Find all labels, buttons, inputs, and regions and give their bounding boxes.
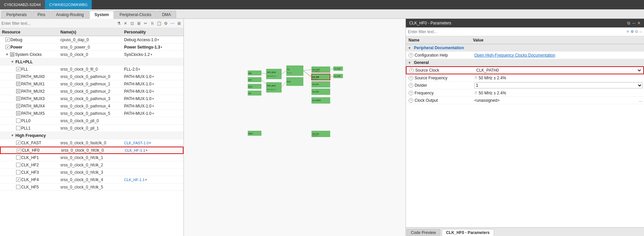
check-clk-hf1[interactable]: [16, 155, 20, 160]
collapse-peripheral-doc-icon[interactable]: ▼: [408, 46, 411, 50]
clear-right-filter-icon[interactable]: ✕: [626, 29, 629, 34]
divider-select[interactable]: 1 2 4 8: [474, 82, 643, 88]
row-pll0[interactable]: PLL0 srss_0_clock_0_pll_0: [0, 117, 183, 125]
row-system-clocks[interactable]: ▼ ◻ System Clocks srss_0_clock_0 SysCloc…: [0, 51, 183, 58]
help-icon-config[interactable]: ?: [409, 53, 413, 58]
section-peripheral-doc[interactable]: ▼ Peripheral Documentation: [406, 44, 644, 52]
row-fll-pll[interactable]: ▼ FLL+PLL: [0, 58, 183, 66]
dropdown-clk-fast[interactable]: ▾: [149, 141, 151, 145]
dropdown-pathmux1[interactable]: ▾: [152, 82, 154, 86]
row-pll1[interactable]: PLL1 srss_0_clock_0_pll_1: [0, 125, 183, 132]
row-power[interactable]: ✓ Power srss_0_power_0 Power Settings-1.…: [0, 44, 183, 51]
help-icon-source-clock[interactable]: ?: [409, 68, 414, 73]
row-clk-hf0[interactable]: ✓ CLK_HF0 srss_0_clock_0_hfclk_0 CLK_HF-…: [0, 147, 183, 154]
check-clk-hf2[interactable]: [16, 163, 20, 167]
dropdown-clk-hf4[interactable]: ▾: [145, 178, 147, 181]
check-pathmux3[interactable]: ▪: [16, 96, 20, 101]
check-power[interactable]: ✓: [5, 45, 10, 49]
check-fll[interactable]: ✓: [16, 67, 20, 71]
tab-code-preview[interactable]: Code Preview: [407, 229, 440, 236]
dropdown-pathmux0[interactable]: ▾: [152, 75, 154, 78]
check-clk-hf4[interactable]: ✓: [16, 177, 20, 182]
minimize-icon[interactable]: ─: [632, 21, 635, 25]
row-pathmux2[interactable]: ▪ PATH_MUX2 srss_0_clock_0_pathmux_2 PAT…: [0, 88, 183, 95]
row-debug[interactable]: ✓ Debug cpuss_0_dap_0 Debug Access-1.0 ▾: [0, 36, 183, 44]
expand-all-icon[interactable]: ⊞: [136, 20, 142, 26]
grid-icon[interactable]: ⊞: [176, 20, 182, 26]
row-fll[interactable]: ✓ FLL srss_0_clock_0_fll_0 FLL-2.0 ▾: [0, 66, 183, 73]
row-clk-hf5[interactable]: CLK_HF5 srss_0_clock_0_hfclk_5: [0, 183, 183, 191]
help-icon-clock-output[interactable]: ?: [409, 98, 413, 103]
settings-icon[interactable]: ⚙: [163, 20, 169, 26]
dropdown-pathmux2[interactable]: ▾: [152, 90, 154, 93]
minimize-right-icon[interactable]: ─: [639, 30, 642, 34]
row-clk-hf4[interactable]: ✓ CLK_HF4 srss_0_clock_0_hfclk_4 CLK_HF-…: [0, 176, 183, 183]
param-value-source-clock[interactable]: CLK_PATH0 CLK_PATH1 CLK_PATH2 CLK_PATH3 …: [474, 67, 643, 74]
left-filter-input[interactable]: [1, 21, 116, 26]
right-filter-input[interactable]: [408, 29, 626, 34]
check-system-clocks[interactable]: ◻: [10, 52, 14, 57]
expand-system-clocks[interactable]: ▼: [5, 53, 9, 56]
help-icon-frequency[interactable]: ?: [409, 91, 413, 95]
check-pathmux0[interactable]: ▪: [16, 74, 20, 79]
paste-icon[interactable]: 📋: [156, 20, 162, 26]
tab-dma[interactable]: DMA: [157, 11, 176, 18]
expand-high-freq[interactable]: ▼: [11, 134, 15, 137]
more-icon[interactable]: ⋯: [169, 20, 175, 26]
dropdown-system-clocks[interactable]: ▾: [151, 53, 152, 56]
row-pathmux0[interactable]: ▪ PATH_MUX0 srss_0_clock_0_pathmux_0 PAT…: [0, 73, 183, 80]
restore-right-icon[interactable]: ⧉: [635, 29, 638, 34]
dropdown-pathmux3[interactable]: ▾: [152, 97, 154, 100]
tab-peripheral-clocks[interactable]: Peripheral-Clocks: [114, 11, 156, 18]
check-clk-hf5[interactable]: [16, 185, 20, 189]
clock-output-menu[interactable]: …: [639, 98, 643, 103]
row-pathmux3[interactable]: ▪ PATH_MUX3 srss_0_clock_0_pathmux_3 PAT…: [0, 95, 183, 102]
collapse-general-icon[interactable]: ▼: [408, 61, 411, 65]
copy-icon[interactable]: ⎘: [149, 20, 155, 26]
row-clk-fast[interactable]: ✓ CLK_FAST srss_0_clock_0_fastclk_0 CLK_…: [0, 139, 183, 147]
tab-analog-routing[interactable]: Analog-Routing: [51, 11, 89, 18]
help-icon-divider[interactable]: ?: [409, 83, 413, 88]
check-clk-hf3[interactable]: [16, 170, 20, 174]
row-clk-hf2[interactable]: CLK_HF2 srss_0_clock_0_hfclk_2: [0, 161, 183, 169]
source-clock-select[interactable]: CLK_PATH0 CLK_PATH1 CLK_PATH2 CLK_PATH3 …: [475, 68, 642, 73]
check-pll0[interactable]: [16, 119, 20, 123]
check-pll1[interactable]: [16, 126, 20, 130]
row-pathmux1[interactable]: ▪ PATH_MUX1 srss_0_clock_0_pathmux_1 PAT…: [0, 80, 183, 88]
tab-peripherals[interactable]: Peripherals: [1, 11, 32, 18]
dropdown-debug[interactable]: ▾: [157, 38, 159, 42]
row-pathmux4[interactable]: ▪ PATH_MUX4 srss_0_clock_0_pathmux_4 PAT…: [0, 102, 183, 110]
row-clk-hf1[interactable]: CLK_HF1 srss_0_clock_0_hfclk_1: [0, 154, 183, 161]
expand-fll-pll[interactable]: ▼: [11, 60, 15, 64]
dropdown-pathmux4[interactable]: ▾: [152, 104, 154, 108]
check-clk-fast[interactable]: ✓: [16, 141, 20, 145]
check-clk-hf0[interactable]: ✓: [17, 148, 21, 153]
clear-filter-icon[interactable]: ✕: [122, 20, 128, 26]
restore-icon[interactable]: ⧉: [627, 21, 630, 25]
collapse-all-icon[interactable]: ⊡: [129, 20, 135, 26]
check-pathmux5[interactable]: ▪: [16, 111, 20, 115]
tab-clk-hf0-params[interactable]: CLK_HF0 - Parameters: [442, 229, 494, 236]
dropdown-power[interactable]: ▾: [161, 46, 162, 49]
dropdown-pathmux5[interactable]: ▾: [152, 112, 154, 115]
param-value-divider[interactable]: 1 2 4 8: [473, 82, 644, 89]
row-clk-hf3[interactable]: CLK_HF3 srss_0_clock_0_hfclk_3: [0, 169, 183, 176]
check-pathmux2[interactable]: ▪: [16, 89, 20, 93]
close-icon[interactable]: ✕: [637, 21, 641, 25]
cut-icon[interactable]: ✂: [143, 20, 149, 26]
row-pathmux5[interactable]: ▪ PATH_MUX5 srss_0_clock_0_pathmux_5 PAT…: [0, 110, 183, 117]
check-pathmux4[interactable]: ▪: [16, 104, 20, 108]
help-icon-source-freq[interactable]: ?: [409, 76, 413, 80]
tab-device-2[interactable]: CYW43012C0WKWBG: [45, 0, 92, 9]
open-hf-docs-link[interactable]: Open High-Frequency Clocks Documentation: [474, 53, 555, 58]
tab-system[interactable]: System: [90, 11, 114, 19]
dropdown-clk-hf0[interactable]: ▾: [146, 149, 148, 152]
row-high-freq[interactable]: ▼ High Frequency: [0, 132, 183, 139]
section-general[interactable]: ▼ General: [406, 59, 644, 66]
check-pathmux1[interactable]: ▪: [16, 82, 20, 86]
filter-settings-icon[interactable]: ⚙: [631, 29, 634, 34]
tab-pins[interactable]: Pins: [33, 11, 50, 18]
dropdown-fll[interactable]: ▾: [139, 68, 140, 71]
tab-device-1[interactable]: CY8C624ABZI-S2D44: [0, 0, 45, 9]
filter-icon[interactable]: ⚗: [116, 20, 122, 26]
